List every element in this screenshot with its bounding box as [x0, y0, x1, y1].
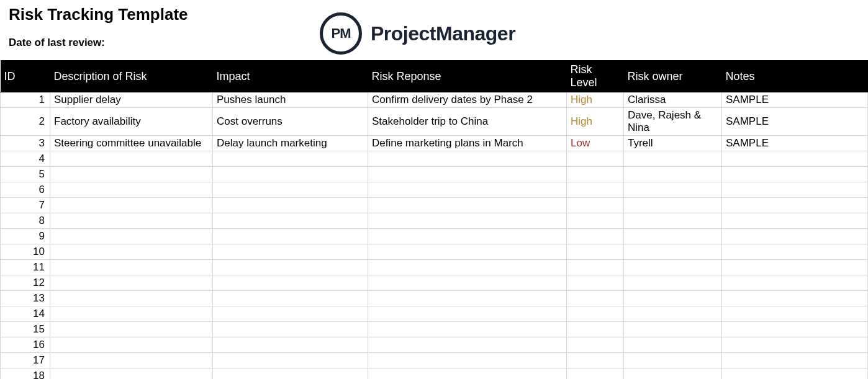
cell-risk-level[interactable]: [567, 275, 624, 291]
cell-risk-level[interactable]: [567, 368, 624, 380]
cell-description[interactable]: [50, 182, 213, 198]
cell-risk-level[interactable]: [567, 260, 624, 275]
cell-impact[interactable]: [213, 291, 368, 306]
cell-notes[interactable]: [722, 151, 868, 167]
cell-id[interactable]: 3: [1, 136, 50, 151]
cell-response[interactable]: Define marketing plans in March: [368, 136, 567, 151]
cell-notes[interactable]: [722, 353, 868, 368]
cell-id[interactable]: 11: [1, 260, 50, 275]
cell-description[interactable]: [50, 151, 213, 167]
cell-response[interactable]: [368, 182, 567, 198]
cell-description[interactable]: [50, 353, 213, 368]
cell-notes[interactable]: [722, 229, 868, 244]
cell-owner[interactable]: [624, 368, 722, 380]
cell-owner[interactable]: [624, 306, 722, 322]
cell-response[interactable]: [368, 151, 567, 167]
cell-impact[interactable]: [213, 322, 368, 337]
cell-response[interactable]: [368, 337, 567, 353]
cell-id[interactable]: 4: [1, 151, 50, 167]
cell-notes[interactable]: [722, 213, 868, 229]
cell-id[interactable]: 9: [1, 229, 50, 244]
cell-impact[interactable]: [213, 182, 368, 198]
cell-notes[interactable]: [722, 306, 868, 322]
cell-impact[interactable]: [213, 198, 368, 213]
cell-risk-level[interactable]: [567, 213, 624, 229]
cell-response[interactable]: [368, 275, 567, 291]
cell-risk-level[interactable]: [567, 198, 624, 213]
cell-response[interactable]: [368, 260, 567, 275]
cell-id[interactable]: 10: [1, 244, 50, 260]
cell-response[interactable]: [368, 353, 567, 368]
cell-response[interactable]: [368, 229, 567, 244]
cell-notes[interactable]: SAMPLE: [722, 92, 868, 108]
cell-owner[interactable]: [624, 198, 722, 213]
cell-impact[interactable]: [213, 353, 368, 368]
cell-owner[interactable]: [624, 322, 722, 337]
cell-owner[interactable]: Tyrell: [624, 136, 722, 151]
cell-impact[interactable]: [213, 337, 368, 353]
cell-response[interactable]: [368, 322, 567, 337]
cell-risk-level[interactable]: High: [567, 108, 624, 136]
cell-id[interactable]: 2: [1, 108, 50, 136]
cell-id[interactable]: 6: [1, 182, 50, 198]
cell-description[interactable]: [50, 198, 213, 213]
cell-response[interactable]: [368, 167, 567, 182]
cell-response[interactable]: [368, 213, 567, 229]
cell-notes[interactable]: [722, 275, 868, 291]
cell-response[interactable]: [368, 368, 567, 380]
cell-risk-level[interactable]: [567, 322, 624, 337]
cell-description[interactable]: [50, 275, 213, 291]
cell-owner[interactable]: [624, 167, 722, 182]
cell-notes[interactable]: [722, 182, 868, 198]
cell-description[interactable]: [50, 306, 213, 322]
cell-id[interactable]: 8: [1, 213, 50, 229]
cell-owner[interactable]: [624, 182, 722, 198]
cell-response[interactable]: Confirm delivery dates by Phase 2: [368, 92, 567, 108]
cell-risk-level[interactable]: [567, 353, 624, 368]
cell-owner[interactable]: [624, 244, 722, 260]
cell-notes[interactable]: SAMPLE: [722, 136, 868, 151]
cell-owner[interactable]: [624, 260, 722, 275]
cell-risk-level[interactable]: [567, 229, 624, 244]
cell-description[interactable]: Factory availability: [50, 108, 213, 136]
cell-description[interactable]: Supplier delay: [50, 92, 213, 108]
cell-impact[interactable]: [213, 229, 368, 244]
cell-risk-level[interactable]: [567, 151, 624, 167]
cell-impact[interactable]: Pushes launch: [213, 92, 368, 108]
cell-impact[interactable]: [213, 368, 368, 380]
cell-risk-level[interactable]: [567, 306, 624, 322]
cell-id[interactable]: 12: [1, 275, 50, 291]
cell-response[interactable]: [368, 306, 567, 322]
cell-response[interactable]: [368, 244, 567, 260]
cell-owner[interactable]: [624, 353, 722, 368]
cell-id[interactable]: 18: [1, 368, 50, 380]
cell-impact[interactable]: Delay launch marketing: [213, 136, 368, 151]
cell-owner[interactable]: Clarissa: [624, 92, 722, 108]
cell-description[interactable]: [50, 260, 213, 275]
cell-description[interactable]: Steering committee unavailable: [50, 136, 213, 151]
cell-risk-level[interactable]: [567, 167, 624, 182]
cell-description[interactable]: [50, 291, 213, 306]
cell-notes[interactable]: [722, 244, 868, 260]
cell-notes[interactable]: SAMPLE: [722, 108, 868, 136]
cell-response[interactable]: [368, 198, 567, 213]
cell-impact[interactable]: [213, 167, 368, 182]
cell-notes[interactable]: [722, 322, 868, 337]
cell-impact[interactable]: [213, 275, 368, 291]
cell-description[interactable]: [50, 337, 213, 353]
cell-id[interactable]: 15: [1, 322, 50, 337]
cell-impact[interactable]: [213, 213, 368, 229]
cell-impact[interactable]: Cost overruns: [213, 108, 368, 136]
cell-notes[interactable]: [722, 291, 868, 306]
cell-owner[interactable]: Dave, Rajesh & Nina: [624, 108, 722, 136]
cell-description[interactable]: [50, 213, 213, 229]
cell-description[interactable]: [50, 229, 213, 244]
cell-risk-level[interactable]: [567, 337, 624, 353]
cell-owner[interactable]: [624, 151, 722, 167]
cell-description[interactable]: [50, 244, 213, 260]
cell-owner[interactable]: [624, 275, 722, 291]
cell-risk-level[interactable]: [567, 244, 624, 260]
cell-notes[interactable]: [722, 260, 868, 275]
cell-risk-level[interactable]: [567, 291, 624, 306]
cell-id[interactable]: 13: [1, 291, 50, 306]
